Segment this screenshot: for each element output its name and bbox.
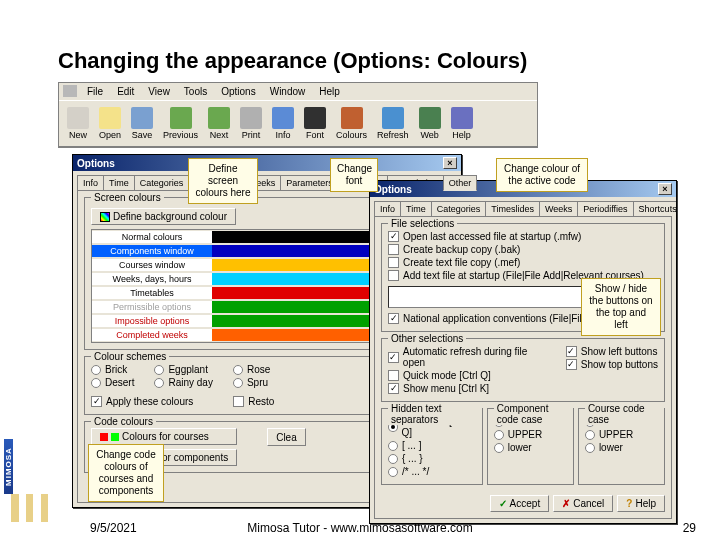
refresh-icon: [382, 107, 404, 129]
scheme-spru[interactable]: Spru: [233, 376, 270, 389]
separators-group: Hidden text separators Don't hide [Ctrl …: [381, 408, 483, 485]
scheme-eggplant[interactable]: Eggplant: [154, 363, 212, 376]
group-title: Code colours: [91, 416, 156, 427]
save-button[interactable]: Save: [127, 105, 157, 142]
radio-option[interactable]: UPPER: [494, 428, 567, 441]
group-title: Hidden text separators: [388, 403, 482, 425]
menu-edit[interactable]: Edit: [111, 85, 140, 98]
callout-active-code: Change colour of the active code: [496, 158, 588, 192]
file-option-check[interactable]: ✓Open last accessed file at startup (.mf…: [388, 230, 658, 243]
new-icon: [67, 107, 89, 129]
close-icon[interactable]: ×: [658, 183, 672, 195]
menu-help[interactable]: Help: [313, 85, 346, 98]
tab-categories[interactable]: Categories: [431, 201, 487, 216]
square-icon: [111, 433, 119, 441]
close-icon[interactable]: ×: [443, 157, 457, 169]
tab-info[interactable]: Info: [374, 201, 401, 216]
other-option-check[interactable]: ✓Show menu [Ctrl K]: [388, 382, 550, 395]
font-button[interactable]: Font: [300, 105, 330, 142]
tab-time[interactable]: Time: [400, 201, 432, 216]
callout-change-font: Change font: [330, 158, 378, 192]
scheme-rainy day[interactable]: Rainy day: [154, 376, 212, 389]
group-title: Screen colours: [91, 192, 164, 203]
open-button[interactable]: Open: [95, 105, 125, 142]
menu-file[interactable]: File: [81, 85, 109, 98]
toolbar: NewOpenSavePreviousNextPrintInfoFontColo…: [59, 100, 537, 147]
page-title: Changing the appearance (Options: Colour…: [58, 48, 708, 74]
web-icon: [419, 107, 441, 129]
cancel-button[interactable]: ✗Cancel: [553, 495, 613, 512]
radio-option[interactable]: lower: [585, 441, 658, 454]
file-option-check[interactable]: Create backup copy (.bak): [388, 243, 658, 256]
other-selections-group: Other selections ✓Automatic refresh duri…: [381, 338, 665, 402]
colours-button[interactable]: Colours: [332, 105, 371, 142]
dialog-title: Options: [77, 158, 115, 169]
tabs: InfoTimeCategoriesTimeslidesWeeksPeriodi…: [370, 197, 676, 216]
callout-define-colours: Define screen colours here: [188, 158, 258, 204]
info-button[interactable]: Info: [268, 105, 298, 142]
previous-button[interactable]: Previous: [159, 105, 202, 142]
scheme-rose[interactable]: Rose: [233, 363, 270, 376]
app-window: File Edit View Tools Options Window Help…: [58, 82, 538, 148]
print-button[interactable]: Print: [236, 105, 266, 142]
group-title: Colour schemes: [91, 351, 169, 362]
help-button[interactable]: ?Help: [617, 495, 665, 512]
page-number: 29: [683, 521, 696, 535]
menu-options[interactable]: Options: [215, 85, 261, 98]
group-title: Other selections: [388, 333, 466, 344]
course-case-group: Course code case DefaultUPPERlower: [578, 408, 665, 485]
component-case-group: Component code case DefaultUPPERlower: [487, 408, 574, 485]
radio-option[interactable]: { ... }: [388, 452, 476, 465]
other-option-check[interactable]: Quick mode [Ctrl Q]: [388, 369, 550, 382]
scheme-desert[interactable]: Desert: [91, 376, 134, 389]
other-option-check[interactable]: ✓Show left buttons: [566, 345, 658, 358]
radio-option[interactable]: /* ... */: [388, 465, 476, 478]
apply-colours-check[interactable]: ✓Apply these colours: [91, 395, 193, 408]
menu-tools[interactable]: Tools: [178, 85, 213, 98]
callout-show-hide-buttons: Show / hide the buttons on the top and l…: [581, 278, 661, 336]
menubar: File Edit View Tools Options Window Help: [59, 83, 537, 100]
group-title: File selections: [388, 218, 457, 229]
tab-shortcuts[interactable]: Shortcuts: [633, 201, 676, 216]
other-option-check[interactable]: ✓Automatic refresh during file open: [388, 345, 550, 369]
help-button[interactable]: Help: [447, 105, 477, 142]
info-icon: [272, 107, 294, 129]
refresh-button[interactable]: Refresh: [373, 105, 413, 142]
tab-time[interactable]: Time: [103, 175, 135, 190]
web-button[interactable]: Web: [415, 105, 445, 142]
tab-other[interactable]: Other: [443, 175, 478, 191]
radio-option[interactable]: [ ... ]: [388, 439, 476, 452]
next-icon: [208, 107, 230, 129]
next-button[interactable]: Next: [204, 105, 234, 142]
menu-view[interactable]: View: [142, 85, 176, 98]
radio-option[interactable]: lower: [494, 441, 567, 454]
tab-weeks[interactable]: Weeks: [539, 201, 578, 216]
previous-icon: [170, 107, 192, 129]
dialog-title: Options: [374, 184, 412, 195]
app-icon: [63, 85, 77, 97]
x-icon: ✗: [562, 498, 570, 509]
save-icon: [131, 107, 153, 129]
restore-check[interactable]: Resto: [233, 395, 274, 408]
scheme-brick[interactable]: Brick: [91, 363, 134, 376]
tab-categories[interactable]: Categories: [134, 175, 190, 190]
options-dialog-other: Options × InfoTimeCategoriesTimeslidesWe…: [369, 180, 677, 524]
tab-timeslides[interactable]: Timeslides: [485, 201, 540, 216]
group-title: Component code case: [494, 403, 573, 425]
tab-periodiffies[interactable]: Periodiffies: [577, 201, 633, 216]
file-option-check[interactable]: Create text file copy (.mef): [388, 256, 658, 269]
group-title: Course code case: [585, 403, 664, 425]
other-option-check[interactable]: ✓Show top buttons: [566, 358, 658, 371]
colours-courses-button[interactable]: Colours for courses: [91, 428, 237, 445]
new-button[interactable]: New: [63, 105, 93, 142]
dialog-titlebar: Options ×: [73, 155, 461, 171]
clear-button[interactable]: Clea: [267, 428, 306, 446]
define-bg-button[interactable]: Define background colour: [91, 208, 236, 225]
footer-center: Mimosa Tutor - www.mimosasoftware.com: [0, 521, 720, 535]
tab-info[interactable]: Info: [77, 175, 104, 190]
menu-window[interactable]: Window: [264, 85, 312, 98]
question-icon: ?: [626, 498, 632, 509]
radio-option[interactable]: UPPER: [585, 428, 658, 441]
accept-button[interactable]: ✓Accept: [490, 495, 550, 512]
open-icon: [99, 107, 121, 129]
